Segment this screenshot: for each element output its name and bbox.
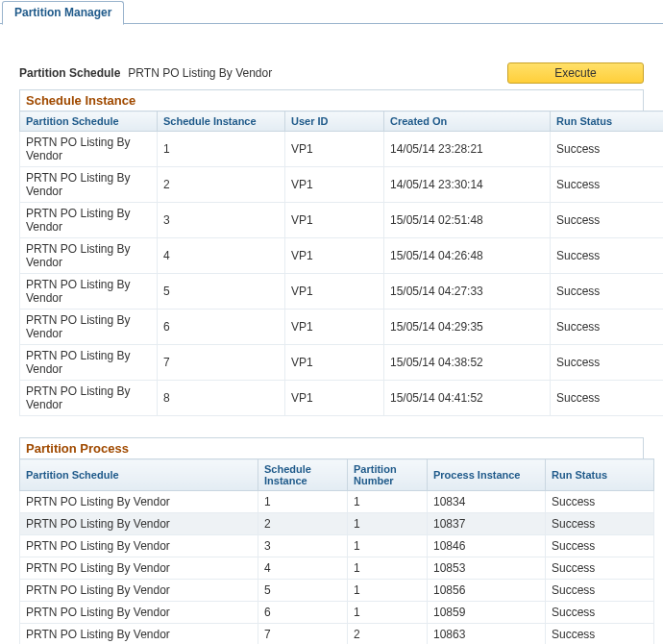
tab-strip: Partition Manager [0,0,663,24]
cell-user-id: VP1 [285,238,384,274]
table-row: PRTN PO Listing By Vendor5110856Success [20,580,654,602]
table-row: PRTN PO Listing By Vendor3110846Success [20,535,654,557]
cell-created-on: 15/05/14 04:26:48 [384,238,551,274]
execute-button[interactable]: Execute [507,62,644,84]
pcell-process-instance: 10834 [428,491,546,513]
cell-created-on: 15/05/14 04:29:35 [384,310,551,345]
cell-schedule-instance: 2 [158,167,285,203]
table-row: PRTN PO Listing By Vendor3VP115/05/14 02… [20,203,664,238]
cell-run-status: Success [551,203,664,238]
cell-partition-schedule: PRTN PO Listing By Vendor [20,274,158,310]
cell-created-on: 15/05/14 04:27:33 [384,274,551,310]
pcell-partition-number: 1 [348,602,428,624]
table-row: PRTN PO Listing By Vendor6110859Success [20,602,654,624]
schedule-instance-title: Schedule Instance [19,89,644,111]
pcell-schedule-instance: 4 [258,557,348,580]
pcell-process-instance: 10856 [428,580,546,602]
pcol-partition-schedule[interactable]: Partition Schedule [20,459,258,491]
partition-process-thead: Partition Schedule Schedule Instance Par… [20,459,654,491]
cell-created-on: 14/05/14 23:28:21 [384,132,551,167]
pcol-schedule-instance[interactable]: Schedule Instance [258,459,348,491]
col-schedule-instance[interactable]: Schedule Instance [158,111,285,132]
pcell-partition-number: 1 [348,580,428,602]
table-row: PRTN PO Listing By Vendor5VP115/05/14 04… [20,274,664,310]
pcell-partition-schedule: PRTN PO Listing By Vendor [20,557,258,580]
cell-schedule-instance: 8 [158,381,285,416]
cell-partition-schedule: PRTN PO Listing By Vendor [20,310,158,345]
table-row: PRTN PO Listing By Vendor7210863Success [20,624,654,645]
partition-schedule-value: PRTN PO Listing By Vendor [128,66,459,80]
cell-user-id: VP1 [285,167,384,203]
cell-user-id: VP1 [285,203,384,238]
table-row: PRTN PO Listing By Vendor1110834Success [20,491,654,513]
cell-user-id: VP1 [285,274,384,310]
partition-process-table: Partition Schedule Schedule Instance Par… [19,458,654,644]
table-row: PRTN PO Listing By Vendor8VP115/05/14 04… [20,381,664,416]
table-row: PRTN PO Listing By Vendor2VP114/05/14 23… [20,167,664,203]
table-row: PRTN PO Listing By Vendor1VP114/05/14 23… [20,132,664,167]
cell-schedule-instance: 5 [158,274,285,310]
cell-run-status: Success [551,167,664,203]
pcell-partition-number: 1 [348,491,428,513]
pcell-run-status: Success [546,602,654,624]
pcell-schedule-instance: 1 [258,491,348,513]
cell-run-status: Success [551,310,664,345]
pcol-process-instance[interactable]: Process Instance [428,459,546,491]
pcell-partition-number: 1 [348,513,428,535]
partition-process-title: Partition Process [19,437,644,458]
table-row: PRTN PO Listing By Vendor6VP115/05/14 04… [20,310,664,345]
pcell-process-instance: 10846 [428,535,546,557]
cell-schedule-instance: 7 [158,345,285,381]
pcell-partition-schedule: PRTN PO Listing By Vendor [20,491,258,513]
pcell-process-instance: 10863 [428,624,546,645]
pcell-schedule-instance: 3 [258,535,348,557]
cell-run-status: Success [551,132,664,167]
cell-partition-schedule: PRTN PO Listing By Vendor [20,203,158,238]
pcell-partition-number: 1 [348,557,428,580]
cell-run-status: Success [551,238,664,274]
cell-created-on: 15/05/14 04:41:52 [384,381,551,416]
pcell-partition-schedule: PRTN PO Listing By Vendor [20,580,258,602]
cell-user-id: VP1 [285,345,384,381]
table-row: PRTN PO Listing By Vendor4VP115/05/14 04… [20,238,664,274]
table-row: PRTN PO Listing By Vendor4110853Success [20,557,654,580]
cell-user-id: VP1 [285,132,384,167]
pcell-run-status: Success [546,557,654,580]
tab-partition-manager[interactable]: Partition Manager [2,1,124,25]
schedule-instance-table: Partition Schedule Schedule Instance Use… [19,111,663,416]
pcol-partition-number[interactable]: Partition Number [348,459,428,491]
pcell-run-status: Success [546,513,654,535]
pcell-process-instance: 10853 [428,557,546,580]
cell-partition-schedule: PRTN PO Listing By Vendor [20,381,158,416]
pcell-partition-number: 2 [348,624,428,645]
pcell-schedule-instance: 2 [258,513,348,535]
cell-partition-schedule: PRTN PO Listing By Vendor [20,345,158,381]
pcell-process-instance: 10837 [428,513,546,535]
cell-schedule-instance: 4 [158,238,285,274]
table-row: PRTN PO Listing By Vendor2110837Success [20,513,654,535]
cell-partition-schedule: PRTN PO Listing By Vendor [20,132,158,167]
pcell-run-status: Success [546,535,654,557]
partition-schedule-label: Partition Schedule [19,66,120,80]
cell-schedule-instance: 1 [158,132,285,167]
pcell-schedule-instance: 6 [258,602,348,624]
col-user-id[interactable]: User ID [285,111,384,132]
cell-created-on: 15/05/14 04:38:52 [384,345,551,381]
schedule-instance-thead: Partition Schedule Schedule Instance Use… [20,111,664,132]
pcell-partition-schedule: PRTN PO Listing By Vendor [20,624,258,645]
pcell-partition-schedule: PRTN PO Listing By Vendor [20,535,258,557]
pcol-run-status[interactable]: Run Status [546,459,654,491]
cell-run-status: Success [551,345,664,381]
cell-schedule-instance: 6 [158,310,285,345]
pcell-run-status: Success [546,491,654,513]
cell-user-id: VP1 [285,381,384,416]
pcell-process-instance: 10859 [428,602,546,624]
pcell-run-status: Success [546,580,654,602]
cell-schedule-instance: 3 [158,203,285,238]
cell-partition-schedule: PRTN PO Listing By Vendor [20,238,158,274]
cell-partition-schedule: PRTN PO Listing By Vendor [20,167,158,203]
table-row: PRTN PO Listing By Vendor7VP115/05/14 04… [20,345,664,381]
col-partition-schedule[interactable]: Partition Schedule [20,111,158,132]
col-created-on[interactable]: Created On [384,111,551,132]
col-run-status[interactable]: Run Status [551,111,664,132]
